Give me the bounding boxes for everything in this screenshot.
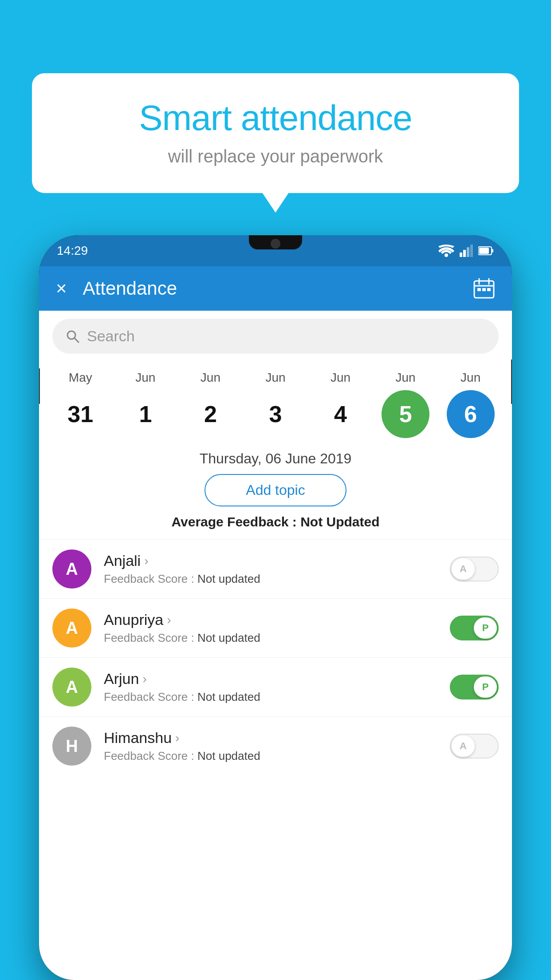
power-button: [511, 360, 512, 404]
svg-rect-3: [467, 247, 469, 257]
chevron-right-icon: ›: [144, 554, 148, 568]
toggle-track-0: A: [450, 557, 499, 581]
toggle-knob-0: A: [452, 558, 475, 580]
chevron-right-icon: ›: [175, 731, 179, 745]
cal-day-2[interactable]: 2: [186, 390, 234, 438]
calendar-icon[interactable]: [473, 278, 495, 299]
search-input-wrap[interactable]: Search: [52, 319, 499, 354]
student-avatar-1: A: [52, 609, 91, 648]
toggle-track-3: A: [450, 734, 499, 759]
screen-content: Search May31Jun1Jun2Jun3Jun4Jun5Jun6 Thu…: [39, 311, 512, 980]
search-placeholder: Search: [87, 328, 135, 345]
chevron-right-icon: ›: [167, 613, 171, 627]
attendance-toggle-0[interactable]: A: [450, 557, 499, 581]
battery-icon: [478, 246, 494, 256]
svg-point-0: [445, 253, 448, 257]
wifi-icon: [438, 245, 454, 257]
student-feedback-2: Feedback Score : Not updated: [104, 690, 450, 704]
signal-icon: [460, 245, 473, 257]
student-row-1: AAnupriya ›Feedback Score : Not updatedP: [39, 598, 512, 657]
cal-day-0[interactable]: 31: [56, 390, 104, 438]
phone-camera: [271, 239, 280, 249]
cal-month-2: Jun: [201, 371, 220, 385]
toggle-knob-1: P: [474, 617, 497, 639]
svg-rect-2: [463, 250, 466, 257]
app-title: Attendance: [83, 278, 473, 299]
attendance-toggle-2[interactable]: P: [450, 675, 499, 699]
cal-col-4[interactable]: Jun4: [312, 371, 370, 438]
student-info-0: Anjali ›Feedback Score : Not updated: [104, 552, 450, 586]
toggle-knob-2: P: [474, 676, 497, 698]
search-bar: Search: [39, 311, 512, 362]
close-button[interactable]: ×: [56, 278, 67, 299]
svg-line-16: [75, 338, 79, 342]
cal-month-3: Jun: [265, 371, 285, 385]
cal-col-2[interactable]: Jun2: [181, 371, 239, 438]
cal-col-5[interactable]: Jun5: [377, 371, 434, 438]
phone-frame: 14:29 × At: [39, 235, 512, 980]
student-name-0[interactable]: Anjali ›: [104, 552, 450, 569]
svg-rect-4: [470, 245, 473, 257]
cal-month-6: Jun: [460, 371, 480, 385]
cal-month-5: Jun: [396, 371, 416, 385]
avg-feedback-label: Average Feedback :: [171, 514, 296, 529]
toggle-knob-3: A: [452, 735, 475, 757]
svg-rect-12: [477, 288, 481, 291]
cal-col-0[interactable]: May31: [51, 371, 109, 438]
svg-rect-7: [479, 248, 489, 254]
student-feedback-1: Feedback Score : Not updated: [104, 631, 450, 645]
student-info-1: Anupriya ›Feedback Score : Not updated: [104, 611, 450, 645]
student-avatar-0: A: [52, 549, 91, 589]
speech-bubble-subtitle: will replace your paperwork: [59, 146, 492, 166]
svg-rect-14: [487, 288, 491, 291]
cal-col-3[interactable]: Jun3: [247, 371, 304, 438]
search-icon: [66, 329, 80, 344]
student-name-1[interactable]: Anupriya ›: [104, 611, 450, 628]
attendance-toggle-1[interactable]: P: [450, 616, 499, 640]
app-bar: × Attendance: [39, 266, 512, 311]
speech-bubble: Smart attendance will replace your paper…: [32, 73, 519, 193]
cal-day-1[interactable]: 1: [122, 390, 169, 438]
cal-day-3[interactable]: 3: [252, 390, 299, 438]
student-info-3: Himanshu ›Feedback Score : Not updated: [104, 729, 450, 763]
student-name-2[interactable]: Arjun ›: [104, 670, 450, 688]
cal-day-6[interactable]: 6: [447, 390, 495, 438]
student-row-3: HHimanshu ›Feedback Score : Not updatedA: [39, 716, 512, 775]
add-topic-button[interactable]: Add topic: [205, 474, 346, 506]
svg-rect-13: [482, 288, 486, 291]
cal-month-1: Jun: [135, 371, 155, 385]
cal-col-6[interactable]: Jun6: [442, 371, 500, 438]
attendance-toggle-3[interactable]: A: [450, 734, 499, 759]
svg-rect-6: [492, 249, 493, 253]
avg-feedback-value: Not Updated: [300, 514, 379, 529]
student-row-2: AArjun ›Feedback Score : Not updatedP: [39, 657, 512, 716]
chevron-right-icon: ›: [142, 672, 146, 686]
toggle-track-2: P: [450, 675, 499, 699]
speech-bubble-title: Smart attendance: [59, 98, 492, 138]
student-list: AAnjali ›Feedback Score : Not updatedAAA…: [39, 539, 512, 775]
volume-button: [39, 368, 40, 404]
status-time: 14:29: [57, 244, 88, 258]
cal-col-1[interactable]: Jun1: [117, 371, 174, 438]
toggle-track-1: P: [450, 616, 499, 640]
calendar-strip: May31Jun1Jun2Jun3Jun4Jun5Jun6: [39, 362, 512, 438]
cal-day-5[interactable]: 5: [382, 390, 429, 438]
student-avatar-2: A: [52, 668, 91, 707]
student-feedback-3: Feedback Score : Not updated: [104, 749, 450, 763]
cal-month-4: Jun: [331, 371, 350, 385]
average-feedback: Average Feedback : Not Updated: [39, 514, 512, 530]
cal-day-4[interactable]: 4: [317, 390, 365, 438]
phone-notch: [249, 235, 302, 249]
student-info-2: Arjun ›Feedback Score : Not updated: [104, 670, 450, 704]
student-feedback-0: Feedback Score : Not updated: [104, 572, 450, 586]
student-name-3[interactable]: Himanshu ›: [104, 729, 450, 747]
svg-rect-1: [460, 253, 462, 257]
student-row-0: AAnjali ›Feedback Score : Not updatedA: [39, 539, 512, 598]
student-avatar-3: H: [52, 727, 91, 766]
selected-date: Thursday, 06 June 2019: [39, 438, 512, 474]
cal-month-0: May: [69, 371, 92, 385]
status-icons: [438, 245, 494, 257]
